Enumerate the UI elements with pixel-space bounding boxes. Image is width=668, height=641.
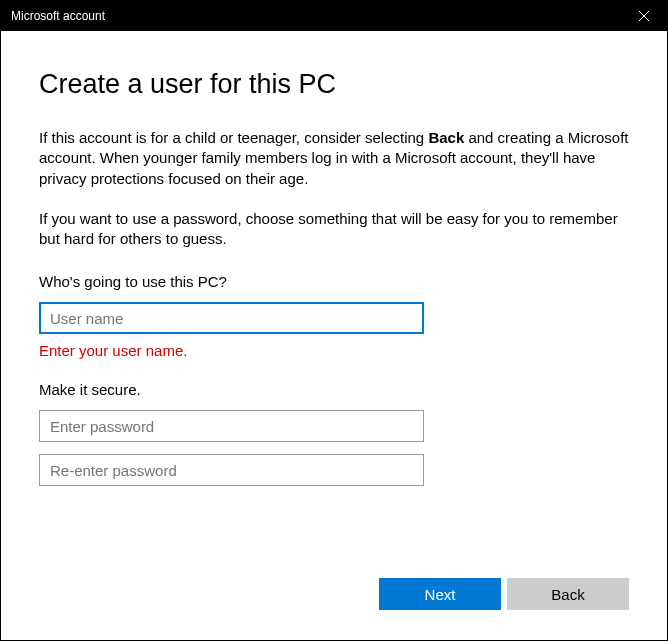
username-input[interactable] <box>39 302 424 334</box>
username-error: Enter your user name. <box>39 342 629 359</box>
desc1-bold: Back <box>428 129 464 146</box>
titlebar: Microsoft account <box>1 1 667 31</box>
confirm-password-input[interactable] <box>39 454 424 486</box>
back-button[interactable]: Back <box>507 578 629 610</box>
dialog-content: Create a user for this PC If this accoun… <box>1 31 667 640</box>
close-button[interactable] <box>621 1 667 31</box>
button-row: Next Back <box>379 578 629 610</box>
desc1-pre: If this account is for a child or teenag… <box>39 129 428 146</box>
description-child-account: If this account is for a child or teenag… <box>39 128 629 189</box>
window-title: Microsoft account <box>11 9 105 23</box>
page-heading: Create a user for this PC <box>39 69 629 100</box>
password-input[interactable] <box>39 410 424 442</box>
close-icon <box>639 11 649 21</box>
password-section-label: Make it secure. <box>39 381 629 398</box>
description-password-hint: If you want to use a password, choose so… <box>39 209 629 250</box>
username-section-label: Who's going to use this PC? <box>39 273 629 290</box>
next-button[interactable]: Next <box>379 578 501 610</box>
dialog-window: Microsoft account Create a user for this… <box>0 0 668 641</box>
